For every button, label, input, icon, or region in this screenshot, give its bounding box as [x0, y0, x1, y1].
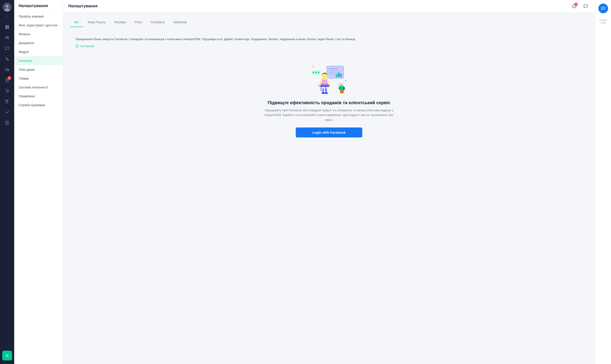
nav-item-branches[interactable]: Філії, користувачі і доступи	[14, 21, 63, 30]
sidebar-item-chat[interactable]	[2, 43, 12, 53]
nav-item-integrations[interactable]: Інтеграції	[14, 56, 63, 65]
notification-badge: 1	[574, 3, 578, 6]
login-facebook-button[interactable]: Login with Facebook	[296, 128, 362, 137]
nav-item-company-profile[interactable]: Профіль компанії	[14, 12, 63, 21]
svg-point-20	[6, 355, 8, 356]
svg-rect-9	[5, 68, 8, 70]
svg-point-43	[315, 72, 317, 73]
svg-point-14	[8, 92, 8, 93]
svg-point-42	[313, 72, 314, 73]
nav-panel: Налаштування Профіль компанії Філії, кор…	[14, 0, 63, 364]
chat-icon[interactable]	[582, 2, 590, 10]
svg-text:✦: ✦	[312, 65, 314, 68]
notification-icon[interactable]: 1	[570, 2, 578, 10]
topbar-title: Налаштування	[68, 4, 98, 8]
svg-rect-3	[5, 25, 7, 27]
svg-point-17	[7, 112, 8, 113]
sidebar-item-analytics[interactable]	[2, 107, 12, 117]
svg-point-7	[6, 36, 8, 38]
svg-rect-24	[328, 70, 341, 71]
svg-point-34	[322, 74, 328, 80]
svg-rect-5	[5, 27, 7, 29]
chat-panel: Немає чатів	[595, 0, 611, 364]
svg-rect-36	[321, 86, 329, 87]
svg-point-53	[339, 86, 342, 90]
sidebar-item-dashboard[interactable]	[2, 22, 12, 32]
tab-prom[interactable]: Prom	[130, 18, 146, 27]
center-title: Підвищте ефективність продажів та клієнт…	[268, 100, 390, 105]
svg-point-8	[8, 37, 9, 38]
tab-webhook[interactable]: Webhook	[169, 18, 191, 27]
page-area: Всі Нова Пошта Rozetka Prom Checkbox Web…	[63, 13, 595, 364]
svg-rect-27	[336, 75, 338, 77]
sidebar-item-reports[interactable]	[2, 118, 12, 128]
info-box-link[interactable]: Інструкція	[75, 44, 583, 48]
tab-nova-poshta[interactable]: Нова Пошта	[83, 18, 110, 27]
avatar[interactable]	[3, 3, 12, 12]
svg-point-16	[6, 112, 7, 113]
info-box-text: Приєднання бізнес-акаунта Facebook / Ins…	[75, 37, 583, 42]
svg-rect-6	[7, 27, 9, 29]
tab-all[interactable]: Всі	[70, 18, 83, 27]
svg-point-44	[318, 72, 319, 73]
center-section: 👍 ✦ ✦ ✦ Підвищте ефективність продажів т…	[70, 59, 588, 146]
svg-point-11	[8, 70, 9, 71]
info-box-link-label: Інструкція	[80, 44, 94, 48]
nav-item-products[interactable]: Товари	[14, 74, 63, 83]
chat-compose-button[interactable]	[598, 3, 608, 13]
sidebar-item-files[interactable]	[2, 97, 12, 106]
svg-text:✦: ✦	[342, 68, 344, 70]
center-description: Приєднайте свій Facebook або Instagram а…	[262, 108, 395, 122]
sidebar-item-tasks[interactable]: 3	[2, 75, 12, 85]
svg-point-10	[6, 70, 7, 71]
svg-rect-29	[340, 74, 342, 77]
sidebar-item-calls[interactable]	[2, 54, 12, 64]
svg-rect-23	[328, 68, 338, 69]
svg-rect-28	[338, 73, 340, 77]
illustration: 👍 ✦ ✦ ✦	[311, 64, 347, 95]
nav-item-management[interactable]: Управління	[14, 92, 63, 101]
nav-item-support[interactable]: Служба підтримки	[14, 101, 63, 109]
sidebar-toggle-icon[interactable]: ›	[4, 13, 10, 19]
sidebar-item-contacts[interactable]	[2, 33, 12, 43]
svg-text:✦: ✦	[345, 79, 347, 82]
nav-item-loyalty[interactable]: Система лояльності	[14, 83, 63, 92]
svg-point-40	[324, 92, 328, 94]
topbar-actions: 1	[570, 2, 590, 10]
svg-rect-35	[320, 85, 330, 86]
sidebar-item-orders[interactable]	[2, 86, 12, 96]
nav-item-modules[interactable]: Модулі	[14, 47, 63, 56]
tab-checkbox[interactable]: Checkbox	[146, 18, 169, 27]
nav-item-finances[interactable]: Фінанси	[14, 30, 63, 39]
tabs: Всі Нова Пошта Rozetka Prom Checkbox Web…	[70, 18, 588, 27]
tab-rozetka[interactable]: Rozetka	[110, 18, 130, 27]
sidebar-item-delivery[interactable]	[2, 65, 12, 75]
topbar: Налаштування 1	[63, 0, 595, 13]
svg-point-54	[342, 87, 345, 90]
info-box: Приєднання бізнес-акаунта Facebook / Ins…	[70, 32, 588, 52]
sidebar: ›	[0, 0, 14, 364]
svg-rect-4	[7, 25, 9, 27]
nav-item-data-types[interactable]: Типи даних	[14, 65, 63, 74]
nav-title: Налаштування	[14, 0, 63, 12]
svg-point-13	[7, 92, 7, 93]
svg-point-18	[8, 111, 9, 112]
sidebar-item-settings[interactable]	[2, 351, 12, 361]
nav-item-documents[interactable]: Документи	[14, 39, 63, 47]
svg-point-1	[6, 5, 9, 8]
tasks-badge: 3	[8, 76, 11, 80]
main-content: Налаштування 1 Всі Нова Пошта Rozetka Pr…	[63, 0, 595, 364]
no-chats-label: Немає чатів	[595, 19, 611, 24]
